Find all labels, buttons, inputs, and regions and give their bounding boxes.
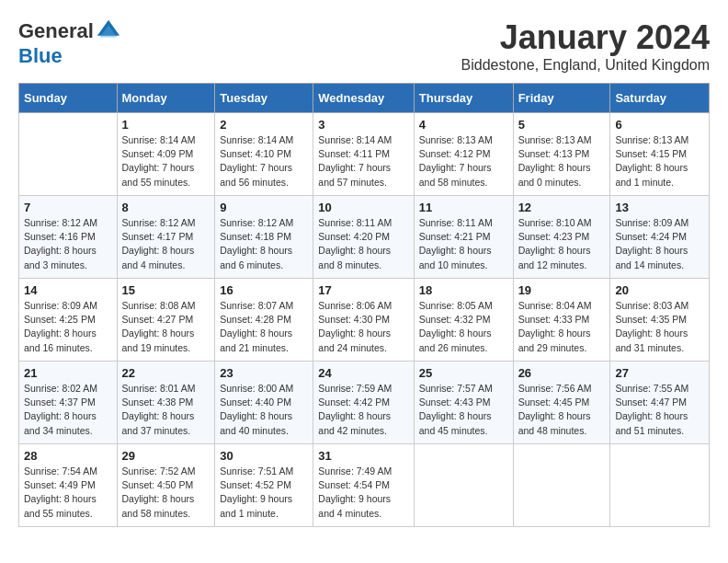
day-header-tuesday: Tuesday (215, 84, 313, 113)
day-info: Sunrise: 8:11 AMSunset: 4:20 PMDaylight:… (318, 216, 408, 272)
day-number: 20 (615, 283, 704, 297)
calendar-cell: 14Sunrise: 8:09 AMSunset: 4:25 PMDayligh… (19, 279, 118, 362)
day-info: Sunrise: 8:07 AMSunset: 4:28 PMDaylight:… (220, 299, 308, 355)
day-info: Sunrise: 7:55 AMSunset: 4:47 PMDaylight:… (615, 382, 704, 438)
day-header-wednesday: Wednesday (313, 84, 414, 113)
day-info: Sunrise: 8:11 AMSunset: 4:21 PMDaylight:… (419, 216, 508, 272)
calendar-cell: 27Sunrise: 7:55 AMSunset: 4:47 PMDayligh… (610, 362, 710, 444)
day-info: Sunrise: 8:09 AMSunset: 4:25 PMDaylight:… (24, 299, 112, 355)
day-number: 13 (615, 201, 704, 214)
calendar-week-row: 7Sunrise: 8:12 AMSunset: 4:16 PMDaylight… (19, 196, 710, 279)
day-number: 26 (518, 366, 606, 380)
day-info: Sunrise: 7:57 AMSunset: 4:43 PMDaylight:… (419, 382, 508, 438)
day-info: Sunrise: 8:10 AMSunset: 4:23 PMDaylight:… (518, 216, 606, 272)
calendar-cell: 8Sunrise: 8:12 AMSunset: 4:17 PMDaylight… (117, 196, 215, 279)
day-info: Sunrise: 8:01 AMSunset: 4:38 PMDaylight:… (122, 382, 210, 438)
day-info: Sunrise: 8:08 AMSunset: 4:27 PMDaylight:… (122, 299, 210, 355)
day-number: 22 (122, 366, 210, 380)
calendar-cell: 26Sunrise: 7:56 AMSunset: 4:45 PMDayligh… (513, 362, 610, 444)
calendar-cell: 2Sunrise: 8:14 AMSunset: 4:10 PMDaylight… (215, 113, 313, 196)
day-header-sunday: Sunday (19, 84, 118, 113)
day-info: Sunrise: 8:13 AMSunset: 4:13 PMDaylight:… (518, 133, 606, 190)
calendar-cell (513, 444, 610, 527)
day-number: 5 (518, 118, 606, 132)
day-info: Sunrise: 8:04 AMSunset: 4:33 PMDaylight:… (518, 299, 606, 355)
day-info: Sunrise: 8:13 AMSunset: 4:15 PMDaylight:… (615, 133, 704, 190)
day-header-thursday: Thursday (414, 84, 513, 113)
calendar-cell: 21Sunrise: 8:02 AMSunset: 4:37 PMDayligh… (19, 362, 118, 444)
calendar-cell (610, 444, 710, 527)
calendar-week-row: 14Sunrise: 8:09 AMSunset: 4:25 PMDayligh… (19, 279, 710, 362)
calendar-cell: 9Sunrise: 8:12 AMSunset: 4:18 PMDaylight… (215, 196, 313, 279)
day-number: 7 (24, 201, 112, 214)
calendar-cell: 20Sunrise: 8:03 AMSunset: 4:35 PMDayligh… (610, 279, 710, 362)
day-info: Sunrise: 8:06 AMSunset: 4:30 PMDaylight:… (318, 299, 408, 355)
day-number: 28 (24, 449, 112, 463)
calendar-cell (414, 444, 513, 527)
calendar-cell: 31Sunrise: 7:49 AMSunset: 4:54 PMDayligh… (313, 444, 414, 527)
calendar-cell: 6Sunrise: 8:13 AMSunset: 4:15 PMDaylight… (610, 113, 710, 196)
calendar-cell: 29Sunrise: 7:52 AMSunset: 4:50 PMDayligh… (117, 444, 215, 527)
day-number: 24 (318, 366, 408, 380)
day-header-friday: Friday (513, 84, 610, 113)
day-info: Sunrise: 7:52 AMSunset: 4:50 PMDaylight:… (122, 465, 210, 521)
day-number: 16 (220, 283, 308, 297)
day-number: 17 (318, 283, 408, 297)
day-number: 30 (220, 449, 308, 463)
day-number: 12 (518, 201, 606, 214)
calendar-week-row: 1Sunrise: 8:14 AMSunset: 4:09 PMDaylight… (19, 113, 710, 196)
day-number: 1 (122, 118, 210, 132)
day-number: 9 (220, 201, 308, 214)
calendar-cell: 18Sunrise: 8:05 AMSunset: 4:32 PMDayligh… (414, 279, 513, 362)
day-number: 29 (122, 449, 210, 463)
calendar-cell: 22Sunrise: 8:01 AMSunset: 4:38 PMDayligh… (117, 362, 215, 444)
day-header-monday: Monday (117, 84, 215, 113)
day-number: 31 (318, 449, 408, 463)
logo: General Blue (18, 18, 121, 68)
day-info: Sunrise: 8:14 AMSunset: 4:10 PMDaylight:… (220, 133, 308, 190)
calendar-cell (19, 113, 118, 196)
title-section: January 2024 Biddestone, England, United… (461, 18, 710, 74)
day-number: 23 (220, 366, 308, 380)
calendar-cell: 13Sunrise: 8:09 AMSunset: 4:24 PMDayligh… (610, 196, 710, 279)
day-number: 4 (419, 118, 508, 132)
month-title: January 2024 (461, 18, 710, 57)
day-number: 21 (24, 366, 112, 380)
calendar-cell: 25Sunrise: 7:57 AMSunset: 4:43 PMDayligh… (414, 362, 513, 444)
day-info: Sunrise: 8:12 AMSunset: 4:16 PMDaylight:… (24, 216, 112, 272)
day-info: Sunrise: 7:49 AMSunset: 4:54 PMDaylight:… (318, 465, 408, 521)
day-info: Sunrise: 8:02 AMSunset: 4:37 PMDaylight:… (24, 382, 112, 438)
day-info: Sunrise: 8:13 AMSunset: 4:12 PMDaylight:… (419, 133, 508, 190)
day-info: Sunrise: 8:12 AMSunset: 4:18 PMDaylight:… (220, 216, 308, 272)
day-number: 10 (318, 201, 408, 214)
day-info: Sunrise: 8:12 AMSunset: 4:17 PMDaylight:… (122, 216, 210, 272)
day-info: Sunrise: 8:00 AMSunset: 4:40 PMDaylight:… (220, 382, 308, 438)
day-header-saturday: Saturday (610, 84, 710, 113)
calendar-cell: 5Sunrise: 8:13 AMSunset: 4:13 PMDaylight… (513, 113, 610, 196)
calendar-cell: 16Sunrise: 8:07 AMSunset: 4:28 PMDayligh… (215, 279, 313, 362)
day-info: Sunrise: 7:59 AMSunset: 4:42 PMDaylight:… (318, 382, 408, 438)
calendar-cell: 1Sunrise: 8:14 AMSunset: 4:09 PMDaylight… (117, 113, 215, 196)
day-info: Sunrise: 8:05 AMSunset: 4:32 PMDaylight:… (419, 299, 508, 355)
day-number: 19 (518, 283, 606, 297)
calendar-cell: 30Sunrise: 7:51 AMSunset: 4:52 PMDayligh… (215, 444, 313, 527)
calendar-cell: 24Sunrise: 7:59 AMSunset: 4:42 PMDayligh… (313, 362, 414, 444)
day-info: Sunrise: 7:54 AMSunset: 4:49 PMDaylight:… (24, 465, 112, 521)
day-number: 11 (419, 201, 508, 214)
calendar-cell: 3Sunrise: 8:14 AMSunset: 4:11 PMDaylight… (313, 113, 414, 196)
calendar-cell: 23Sunrise: 8:00 AMSunset: 4:40 PMDayligh… (215, 362, 313, 444)
logo-general: General (18, 19, 94, 43)
day-number: 18 (419, 283, 508, 297)
calendar-cell: 19Sunrise: 8:04 AMSunset: 4:33 PMDayligh… (513, 279, 610, 362)
calendar-cell: 7Sunrise: 8:12 AMSunset: 4:16 PMDaylight… (19, 196, 118, 279)
calendar-week-row: 28Sunrise: 7:54 AMSunset: 4:49 PMDayligh… (19, 444, 710, 527)
day-number: 14 (24, 283, 112, 297)
day-number: 15 (122, 283, 210, 297)
calendar-cell: 17Sunrise: 8:06 AMSunset: 4:30 PMDayligh… (313, 279, 414, 362)
calendar-header-row: SundayMondayTuesdayWednesdayThursdayFrid… (19, 84, 710, 113)
day-info: Sunrise: 7:51 AMSunset: 4:52 PMDaylight:… (220, 465, 308, 521)
location: Biddestone, England, United Kingdom (461, 57, 710, 74)
calendar-cell: 28Sunrise: 7:54 AMSunset: 4:49 PMDayligh… (19, 444, 118, 527)
calendar-table: SundayMondayTuesdayWednesdayThursdayFrid… (18, 83, 710, 527)
logo-blue: Blue (18, 44, 63, 68)
